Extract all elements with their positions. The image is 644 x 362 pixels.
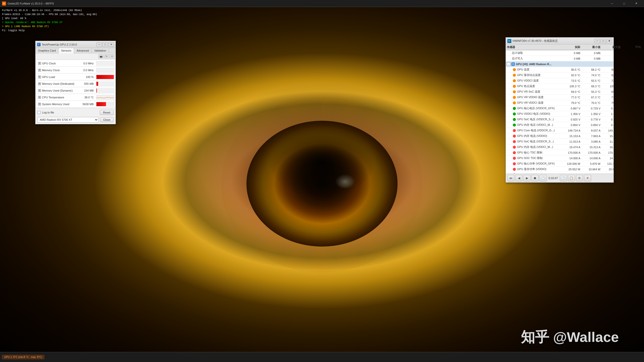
taskbar-gpu-temp: GPU 1: 8°C (min:8 °C - max: 8°C) — [2, 355, 44, 359]
hwinfo-prev-prev-btn[interactable]: ⏮ — [507, 175, 514, 181]
furmark-overlay: FurMark v1.35.0.8 - Burn-in test, 2568x1… — [0, 8, 99, 34]
memory-clock-dropdown[interactable]: ▼ — [38, 69, 41, 72]
hwinfo-gpu-group-header[interactable]: - G GPU [#0]: AMD Radeon R... — [506, 61, 614, 67]
gpuz-close-btn[interactable]: Close — [100, 117, 114, 122]
sensor-row-memory-clock: ▼ Memory Clock 0.0 MHz — [36, 67, 115, 73]
col-header-min[interactable]: 最小值 — [581, 45, 601, 49]
gpu-row-6: GPU VR VDDCI 温度 79.0 °C 70.0 °C 79.0 °C … — [506, 100, 614, 106]
tab-graphics-card[interactable]: Graphics Card — [35, 48, 59, 53]
gpu-cell-max-9: 0.925 V — [601, 117, 614, 122]
hwinfo-maximize-btn[interactable]: □ — [600, 39, 606, 43]
furmark-titlebar: G Geeks3D FurMark v1.35.0.0 – 96FPS ─ □ … — [0, 0, 644, 7]
gpu-cell-min-15: 170.000 A — [581, 151, 601, 155]
gpu-cell-max-13: 11.940 A — [601, 140, 614, 144]
gpu-cell-name-1: GPU 显存结点温度 — [506, 73, 561, 77]
gpu-cell-val-15: 170.000 A — [561, 151, 581, 155]
furmark-maximize-btn[interactable]: □ — [618, 0, 630, 7]
gpu-row-17: GPU 核心功率 (VDDCR_GFX) 129.936 W 5.876 W 1… — [506, 161, 614, 167]
temp-icon-0 — [513, 68, 516, 71]
sensor-bar-fill-mem-dedicated — [96, 82, 98, 86]
hwinfo-stop-btn[interactable]: ⏹ — [531, 175, 539, 181]
gpu-cell-min-2: 55.5 °C — [581, 79, 601, 83]
sensor-name-cpu-temp: ▼ CPU Temperature — [36, 96, 78, 99]
col-header-avg[interactable]: 平均 — [622, 45, 642, 49]
hwinfo-minimize-btn[interactable]: ─ — [594, 39, 600, 43]
sys-mem-dropdown[interactable]: ▼ — [38, 103, 41, 106]
gpuz-device-select[interactable]: AMD Radeon RX 5700 XT — [38, 117, 98, 123]
gpu-cell-max-16: 14.000 A — [601, 156, 614, 160]
furmark-close-btn[interactable]: ✕ — [630, 0, 642, 7]
gpu-cell-min-9: 0.778 V — [581, 117, 601, 122]
cpu-temp-dropdown[interactable]: ▼ — [38, 96, 41, 99]
hwinfo-copy-btn[interactable]: 📋 — [568, 175, 575, 181]
gpuz-minimize-btn[interactable]: ─ — [96, 42, 102, 47]
sensor-value-mem-dynamic: 154 MB — [78, 89, 95, 92]
gpuz-log-checkbox[interactable] — [38, 111, 41, 114]
gpuz-menu-icon[interactable]: ≡ — [110, 54, 115, 59]
hwinfo-exit-btn[interactable]: ✕ — [584, 175, 591, 181]
gpu-row-14: GPU 内存 电流 (VDDCI_M...) 16.474 A 15.313 A… — [506, 144, 614, 150]
gpu-cell-max-0: 90.6 °C — [601, 68, 614, 72]
gpu-cell-val-18: 20.552 W — [561, 167, 581, 171]
gpu-cell-min-18: 10.664 W — [581, 167, 601, 171]
gpu-cell-val-12: 15.153 A — [561, 134, 581, 138]
hwinfo-window: H HWiNFO64 v7.30-4870 - 传感器状态 ─ □ ✕ 传感器 … — [506, 37, 614, 183]
col-header-val[interactable]: 实际 — [561, 45, 581, 49]
gpu-cell-val-16: 14.000 A — [561, 156, 581, 160]
sensor-name-memory-clock: ▼ Memory Clock — [36, 69, 78, 72]
tab-validation[interactable]: Validation — [92, 48, 109, 53]
gpu-row-2: GPU VDDCI 温度 73.5 °C 55.5 °C 73.6 °C 71.… — [506, 78, 614, 84]
mem-dynamic-dropdown[interactable]: ▼ — [38, 89, 41, 92]
mem-dedicated-dropdown[interactable]: ▼ — [38, 82, 41, 85]
sensor-bar-fill-mem-dynamic — [96, 89, 97, 93]
sensor-value-gpu-load: 100 % — [78, 75, 95, 78]
furmark-minimize-btn[interactable]: ─ — [606, 0, 618, 7]
gpu-group-expand[interactable]: - — [507, 62, 510, 66]
gpu-cell-max-6: 79.0 °C — [601, 101, 614, 105]
gpu-cell-name-10: GPU 内存 电压 (VDDCI_M...) — [506, 123, 561, 127]
gpuz-refresh-icon[interactable]: ↻ — [104, 54, 109, 59]
gpu-cell-min-17: 5.876 W — [581, 162, 601, 166]
hwinfo-settings-btn[interactable]: ⚙ — [576, 175, 583, 181]
furmark-line-1: FurMark v1.35.0.8 - Burn-in test, 2568x1… — [2, 9, 97, 13]
gpu-row-13: GPU SoC 电流 (VDDCR_S...) 11.913 A 3.085 A… — [506, 139, 614, 144]
gpu-cell-name-9: GPU SoC 电压 (VDDCR_S...) — [506, 117, 561, 122]
summary-cell-name-2: 总计写入 — [506, 56, 561, 61]
gpu-cell-name-18: GPU 显存功率 (VDDIO) — [506, 167, 561, 172]
gpu-row-15: GPU 核心 TDC 限制 170.000 A 170.000 A 170.00… — [506, 150, 614, 155]
gpu-cell-name-8: GPU VDDCI 电压 (VDDIO) — [506, 111, 561, 116]
gpu-cell-min-11: 8.037 A — [581, 129, 601, 133]
gpuz-reset-btn[interactable]: Reset — [100, 110, 114, 115]
gpu-cell-min-6: 70.0 °C — [581, 101, 601, 105]
gpuz-footer: Log to file Reset — [35, 108, 116, 116]
gpu-row-16: GPU SOC TDC 限制 14.000 A 14.000 A 14.000 … — [506, 155, 614, 161]
gpu-cell-name-19: GPU SoC 功率 (VDDCR_S...) — [506, 172, 561, 174]
gpu-cell-max-19: 11.045 W — [601, 173, 614, 174]
tab-sensors[interactable]: Sensors — [59, 48, 74, 53]
hwinfo-table-body: 总计读取 0 MB 0 MB 0 MB 总计写入 0 MB 0 MB 0 MB … — [506, 50, 614, 174]
gpu-cell-name-3: GPU 热点温度 — [506, 84, 561, 89]
gpuz-maximize-btn[interactable]: □ — [102, 42, 108, 47]
summary-cell-min-2: 0 MB — [581, 57, 601, 61]
gpu-cell-min-3: 68.3 °C — [581, 84, 601, 88]
hwinfo-next-btn[interactable]: ▶ — [523, 175, 530, 181]
gpu-row-5: GPU VR VDDIO 温度 77.0 °C 67.3 °C 77.0 °C … — [506, 95, 614, 100]
gpu-cell-val-14: 16.474 A — [561, 145, 581, 149]
gpu-cell-name-6: GPU VR VDDCI 温度 — [506, 100, 561, 105]
gpu-group-label: GPU [#0]: AMD Radeon R... — [516, 63, 551, 66]
volt-icon-9 — [513, 118, 516, 121]
col-header-max[interactable]: 最大值 — [601, 45, 622, 49]
sensor-sparkline-cpu-temp — [96, 95, 114, 100]
gpuz-close-btn[interactable]: ✕ — [109, 42, 114, 47]
gpu-clock-dropdown[interactable]: ▼ — [38, 62, 41, 65]
hwinfo-close-btn[interactable]: ✕ — [606, 39, 612, 43]
col-header-sensor[interactable]: 传感器 — [506, 45, 561, 49]
hwinfo-prev-btn[interactable]: ◀ — [515, 175, 522, 181]
gpuz-camera-icon[interactable]: 📷 — [98, 54, 103, 59]
tab-advanced[interactable]: Advanced — [74, 48, 92, 53]
gpuz-icon: Z — [37, 43, 41, 46]
gpu-cell-val-13: 11.913 A — [561, 140, 581, 144]
sensor-name-gpu-load: ▼ GPU Load — [36, 75, 78, 78]
gpu-load-dropdown[interactable]: ▼ — [38, 75, 41, 78]
sensor-value-cpu-temp: 38.0 °C — [78, 96, 95, 99]
